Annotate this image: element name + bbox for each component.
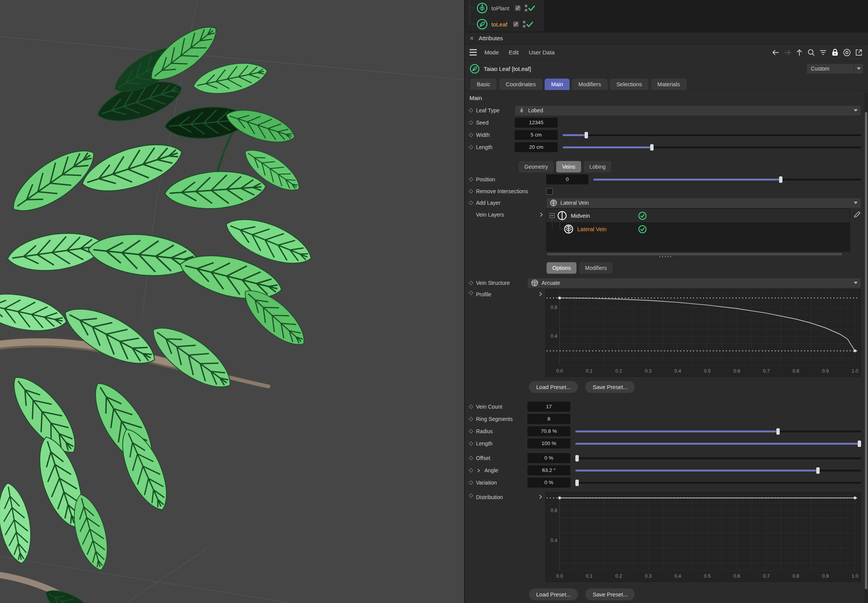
slider-handle[interactable]: [575, 455, 579, 462]
length-percent-slider[interactable]: [575, 443, 861, 445]
variation-input[interactable]: 0 %: [527, 478, 570, 488]
eyedropper-icon[interactable]: [853, 210, 861, 219]
tree-row-lateral-vein[interactable]: Lateral Vein: [547, 222, 850, 236]
position-input[interactable]: 0: [546, 174, 588, 184]
object-name[interactable]: toPlant: [491, 5, 509, 12]
object-row-toleaf[interactable]: toLeaf: [465, 16, 868, 32]
keyframe-diamond-icon[interactable]: [469, 417, 473, 421]
radius-slider[interactable]: [575, 430, 861, 432]
tab-main[interactable]: Main: [545, 79, 570, 90]
add-layer-dropdown[interactable]: Lateral Vein: [546, 198, 861, 208]
visibility-dots-icon[interactable]: [523, 21, 525, 28]
menu-mode[interactable]: Mode: [484, 49, 499, 56]
subtab-veins[interactable]: Veins: [556, 161, 581, 173]
slider-handle[interactable]: [650, 144, 654, 151]
length-slider[interactable]: [563, 146, 861, 148]
length-percent-input[interactable]: 100 %: [527, 439, 570, 449]
subtab-lobing[interactable]: Lobing: [584, 161, 611, 173]
target-circle-icon[interactable]: [842, 48, 852, 57]
tab-selections[interactable]: Selections: [610, 79, 649, 90]
tab-basic[interactable]: Basic: [470, 79, 497, 90]
lock-icon[interactable]: [830, 48, 840, 57]
slider-handle[interactable]: [816, 467, 820, 474]
slider-handle[interactable]: [779, 176, 782, 183]
profile-curve-editor[interactable]: 0.00.10.20.30.40.50.60.70.80.91.00.40.8: [545, 289, 861, 377]
distribution-curve-editor[interactable]: 0.00.10.20.30.40.50.60.70.80.91.00.40.8: [545, 492, 861, 582]
tab-coordinates[interactable]: Coordinates: [499, 79, 542, 90]
forward-arrow-icon[interactable]: [783, 48, 792, 57]
chevron-right-icon[interactable]: [538, 494, 543, 499]
save-preset-button[interactable]: Save Preset...: [585, 588, 635, 600]
tab-materials[interactable]: Materials: [651, 79, 687, 90]
enabled-check-icon[interactable]: [527, 4, 536, 12]
preset-dropdown[interactable]: Custom: [807, 64, 863, 74]
vein-structure-dropdown[interactable]: Arcuate: [527, 278, 861, 288]
keyframe-diamond-icon[interactable]: [469, 108, 473, 112]
keyframe-diamond-icon[interactable]: [469, 291, 473, 295]
load-preset-button[interactable]: Load Preset...: [529, 588, 578, 600]
edit-square-icon[interactable]: [513, 21, 519, 27]
angle-slider[interactable]: [575, 470, 861, 472]
expand-collapse-icon[interactable]: [550, 213, 555, 218]
vein-count-input[interactable]: 17: [527, 402, 570, 412]
popout-icon[interactable]: [854, 48, 863, 57]
menu-user-data[interactable]: User Data: [529, 49, 555, 56]
object-row-toplant[interactable]: toPlant: [465, 0, 868, 16]
slider-handle[interactable]: [776, 428, 780, 435]
keyframe-diamond-icon[interactable]: [469, 120, 473, 125]
hamburger-menu-icon[interactable]: [469, 49, 477, 56]
horizontal-scrollbar[interactable]: [547, 253, 842, 255]
keyframe-diamond-icon[interactable]: [469, 468, 473, 472]
scrollbar-thumb[interactable]: [865, 112, 867, 589]
load-preset-button[interactable]: Load Preset...: [529, 381, 578, 393]
keyframe-diamond-icon[interactable]: [469, 200, 473, 205]
keyframe-diamond-icon[interactable]: [469, 177, 473, 181]
keyframe-diamond-icon[interactable]: [469, 145, 473, 149]
keyframe-diamond-icon[interactable]: [469, 133, 473, 137]
close-icon[interactable]: ✕: [469, 35, 476, 41]
chevron-right-icon[interactable]: [476, 468, 481, 473]
width-slider[interactable]: [563, 134, 861, 136]
subtab-geometry[interactable]: Geometry: [519, 161, 553, 173]
offset-slider[interactable]: [575, 457, 861, 459]
keyframe-diamond-icon[interactable]: [469, 441, 473, 445]
angle-input[interactable]: 63.2 °: [527, 465, 570, 475]
enabled-check-icon[interactable]: [525, 20, 534, 28]
save-preset-button[interactable]: Save Preset...: [585, 381, 635, 393]
enabled-check-circle-icon[interactable]: [638, 211, 647, 220]
remove-intersections-checkbox[interactable]: [546, 188, 553, 195]
radius-input[interactable]: 70.8 %: [527, 426, 570, 436]
chevron-right-icon[interactable]: [539, 212, 544, 217]
width-input[interactable]: 5 cm: [515, 130, 558, 140]
slider-handle[interactable]: [585, 132, 588, 138]
tab-modifiers[interactable]: Modifiers: [572, 79, 608, 90]
seed-input[interactable]: 12345: [515, 118, 558, 128]
leaf-type-dropdown[interactable]: Lobed: [515, 105, 861, 116]
keyframe-diamond-icon[interactable]: [469, 281, 473, 285]
slider-handle[interactable]: [858, 440, 861, 447]
search-icon[interactable]: [807, 48, 816, 57]
object-name[interactable]: toLeaf: [491, 21, 507, 28]
menu-edit[interactable]: Edit: [509, 49, 519, 56]
variation-slider[interactable]: [575, 482, 861, 484]
visibility-dots-icon[interactable]: [525, 5, 527, 12]
keyframe-diamond-icon[interactable]: [469, 493, 473, 498]
keyframe-diamond-icon[interactable]: [469, 429, 473, 433]
viewport-3d[interactable]: [0, 0, 464, 603]
slider-handle[interactable]: [575, 480, 579, 486]
enabled-check-circle-icon[interactable]: [638, 225, 647, 234]
edit-square-icon[interactable]: [515, 5, 521, 11]
tree-row-midvein[interactable]: Midvein: [547, 209, 850, 222]
keyframe-diamond-icon[interactable]: [469, 456, 473, 460]
back-arrow-icon[interactable]: [771, 48, 780, 57]
up-arrow-icon[interactable]: [795, 48, 804, 57]
position-slider[interactable]: [593, 179, 861, 181]
subtab-modifiers[interactable]: Modifiers: [579, 262, 613, 274]
vertical-scrollbar[interactable]: [865, 92, 868, 603]
keyframe-diamond-icon[interactable]: [469, 189, 473, 193]
vein-layers-tree[interactable]: Midvein: [546, 209, 850, 251]
ring-segments-input[interactable]: 8: [527, 414, 570, 424]
length-input[interactable]: 20 cm: [515, 142, 558, 152]
offset-input[interactable]: 0 %: [527, 453, 570, 463]
chevron-right-icon[interactable]: [538, 291, 543, 297]
